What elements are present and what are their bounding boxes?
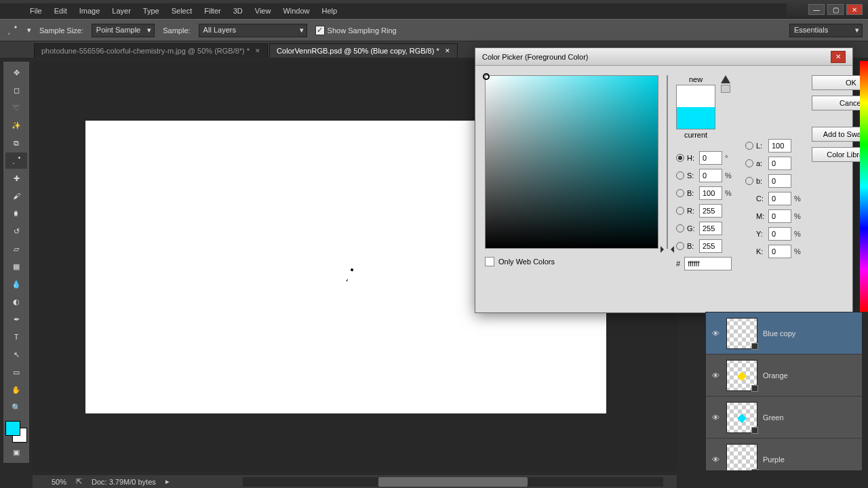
radio-lb[interactable] (745, 177, 753, 185)
layer-green[interactable]: 👁 ◆ Green (706, 396, 862, 439)
r-input[interactable] (699, 204, 722, 218)
visibility-icon[interactable]: 👁 (710, 328, 721, 339)
lb-input[interactable] (768, 174, 791, 188)
radio-h[interactable] (676, 154, 684, 162)
visibility-icon[interactable]: 👁 (710, 370, 721, 381)
color-swatches[interactable] (5, 421, 27, 443)
sample-size-select[interactable]: Point Sample ▾ (92, 24, 155, 37)
menu-view[interactable]: View (255, 7, 271, 15)
menu-3d[interactable]: 3D (233, 7, 243, 15)
move-tool[interactable]: ✥ (5, 64, 27, 81)
menu-select[interactable]: Select (172, 7, 193, 15)
scrollbar-thumb[interactable] (378, 477, 528, 487)
tab-photodune[interactable]: photodune-556596-colorful-chemistry-m.jp… (34, 43, 268, 58)
stamp-tool[interactable]: ⧯ (5, 205, 27, 222)
path-tool[interactable]: ↖ (5, 346, 27, 363)
zoom-level[interactable]: 50% (39, 478, 66, 486)
lasso-tool[interactable]: ➰ (5, 100, 27, 116)
show-sampling-ring[interactable]: ✓ Show Sampling Ring (315, 26, 397, 35)
wand-tool[interactable]: ✨ (5, 117, 27, 134)
l-input[interactable] (768, 139, 791, 152)
healing-tool[interactable]: ✚ (5, 170, 27, 186)
layer-thumbnail[interactable] (726, 444, 757, 472)
br-input[interactable] (699, 186, 722, 200)
zoom-tool[interactable]: 🔍 (5, 399, 27, 415)
c-input[interactable] (768, 192, 791, 205)
radio-s[interactable] (676, 171, 684, 180)
a-input[interactable] (768, 157, 791, 170)
only-web-colors[interactable]: Only Web Colors (485, 257, 658, 266)
type-tool[interactable]: T (5, 329, 27, 345)
close-icon[interactable]: ✕ (445, 47, 450, 54)
color-preview (676, 85, 715, 129)
maximize-button[interactable]: ▢ (827, 4, 844, 15)
shape-tool[interactable]: ▭ (5, 364, 27, 380)
tab-colorvenn[interactable]: ColorVennRGB.psd @ 50% (Blue copy, RGB/8… (269, 43, 458, 58)
menu-filter[interactable]: Filter (204, 7, 220, 15)
color-picker-dialog: Color Picker (Foreground Color) ✕ Only W… (475, 47, 853, 313)
menu-help[interactable]: Help (322, 7, 338, 15)
gradient-tool[interactable]: ▦ (5, 258, 27, 274)
radio-g[interactable] (676, 224, 684, 232)
m-input[interactable] (768, 209, 791, 223)
new-label: new (689, 75, 703, 83)
brush-tool[interactable]: 🖌 (5, 188, 27, 204)
quickmask-tool[interactable]: ▣ (5, 444, 27, 460)
web-safe-icon[interactable] (721, 85, 730, 93)
blur-tool[interactable]: 💧 (5, 276, 27, 292)
eraser-tool[interactable]: ▱ (5, 241, 27, 257)
history-brush-tool[interactable]: ↺ (5, 223, 27, 239)
minimize-button[interactable]: — (808, 4, 825, 15)
layer-blue-copy[interactable]: 👁 Blue copy (706, 312, 862, 354)
menu-type[interactable]: Type (143, 7, 159, 15)
marquee-tool[interactable]: ◻ (5, 82, 27, 98)
hex-input[interactable] (684, 257, 732, 270)
menu-edit[interactable]: Edit (54, 7, 67, 15)
eyedropper-tool-icon[interactable] (5, 24, 19, 37)
saturation-box[interactable] (485, 75, 658, 249)
blue-circle (212, 216, 388, 392)
expand-icon[interactable]: ⇱ (76, 477, 82, 486)
doc-info: Doc: 3.79M/0 bytes (92, 478, 156, 486)
bl-input[interactable] (699, 239, 722, 253)
menu-image[interactable]: Image (79, 7, 100, 15)
radio-l[interactable] (745, 142, 753, 150)
close-icon[interactable]: ✕ (255, 47, 260, 54)
dialog-close-button[interactable]: ✕ (831, 51, 846, 63)
layer-thumbnail[interactable]: ◆ (726, 360, 757, 391)
layer-orange[interactable]: 👁 ◆ Orange (706, 354, 862, 396)
menu-file[interactable]: File (30, 7, 42, 15)
menu-layer[interactable]: Layer (112, 7, 131, 15)
side-hue-bar[interactable] (860, 61, 868, 312)
layer-thumbnail[interactable] (726, 318, 757, 349)
dialog-titlebar[interactable]: Color Picker (Foreground Color) ✕ (475, 48, 852, 66)
close-button[interactable]: ✕ (846, 4, 863, 15)
horizontal-scrollbar[interactable] (243, 477, 663, 487)
y-input[interactable] (768, 227, 791, 241)
radio-r[interactable] (676, 207, 684, 215)
workspace-select[interactable]: Essentials ▾ (789, 24, 863, 37)
radio-a[interactable] (745, 159, 753, 167)
h-input[interactable] (699, 151, 722, 165)
radio-bl[interactable] (676, 242, 684, 250)
gamut-warning-icon[interactable] (721, 75, 730, 83)
hue-slider[interactable] (667, 75, 668, 249)
crop-tool[interactable]: ⧉ (5, 135, 27, 151)
chevron-right-icon[interactable]: ▸ (165, 477, 170, 486)
sample-select[interactable]: All Layers ▾ (199, 24, 307, 37)
foreground-color[interactable] (5, 421, 20, 436)
g-input[interactable] (699, 222, 722, 235)
visibility-icon[interactable]: 👁 (710, 454, 721, 465)
dodge-tool[interactable]: ◐ (5, 293, 27, 310)
pen-tool[interactable]: ✒ (5, 311, 27, 327)
visibility-icon[interactable]: 👁 (710, 412, 721, 423)
radio-b[interactable] (676, 189, 684, 197)
hex-label: # (676, 260, 680, 268)
eyedropper-tool[interactable] (5, 152, 27, 169)
hand-tool[interactable]: ✋ (5, 382, 27, 398)
s-input[interactable] (699, 169, 722, 182)
layer-thumbnail[interactable]: ◆ (726, 402, 757, 433)
menu-window[interactable]: Window (283, 7, 309, 15)
k-input[interactable] (768, 245, 791, 258)
layer-purple[interactable]: 👁 Purple (706, 439, 862, 471)
